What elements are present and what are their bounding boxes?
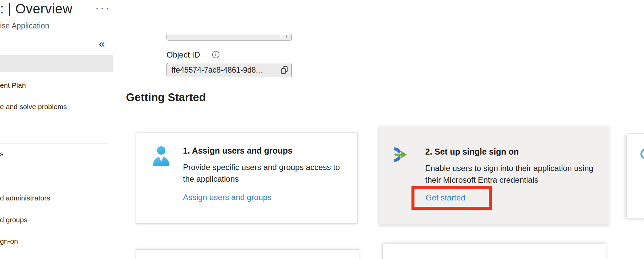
getting-started-heading: Getting Started xyxy=(126,91,206,104)
sidebar-item-overview[interactable]: w xyxy=(0,55,113,72)
card-description: Enable users to sign into their applicat… xyxy=(425,162,603,186)
sidebar-item-single-sign-on[interactable]: gn-on xyxy=(0,233,113,250)
card-set-up-single-sign-on: 2. Set up single sign on Enable users to… xyxy=(379,126,609,225)
card-title: 1. Assign users and groups xyxy=(183,146,293,156)
sidebar-item-deployment-plan[interactable]: ent Plan xyxy=(0,77,113,94)
partial-circle-icon xyxy=(636,148,644,163)
user-icon xyxy=(151,145,171,169)
page-title: : | Overview xyxy=(0,1,72,16)
card-assign-users-and-groups: 1. Assign users and groups Provide speci… xyxy=(136,132,358,224)
sidebar-item-roles-and-administrators[interactable]: d administrators xyxy=(0,190,113,206)
sidebar-item-label: ent Plan xyxy=(0,81,26,89)
enterprise-app-overview-page: : | Overview ··· ise Application « w ent… xyxy=(0,0,644,259)
sidebar-item-users-and-groups[interactable]: d groups xyxy=(0,211,113,228)
card-description: Provide specific users and groups access… xyxy=(183,161,352,185)
sidebar-item-diagnose-and-solve-problems[interactable]: e and solve problems xyxy=(0,98,113,115)
card-title: 2. Set up single sign on xyxy=(425,147,519,157)
sidebar-item-label: e and solve problems xyxy=(0,103,67,110)
get-started-link[interactable]: Get started xyxy=(426,193,465,202)
sso-arrow-icon xyxy=(394,145,413,166)
info-icon[interactable] xyxy=(212,51,220,59)
copy-icon[interactable] xyxy=(280,66,288,76)
object-id-label: Object ID xyxy=(167,50,200,60)
assign-users-and-groups-link[interactable]: Assign users and groups xyxy=(183,193,271,202)
object-id-value: ffe45574-7ac8-4861-9d8... xyxy=(172,63,262,77)
card-partial-bottom-left xyxy=(136,249,359,259)
more-menu-icon[interactable]: ··· xyxy=(95,1,111,14)
application-id-field-partial[interactable] xyxy=(167,34,292,40)
card-partial-right xyxy=(627,133,644,218)
sidebar: : | Overview ··· ise Application « w ent… xyxy=(0,0,113,259)
card-partial-bottom-right xyxy=(382,244,606,259)
sidebar-section-divider xyxy=(0,144,108,144)
sidebar-item-label: d groups xyxy=(0,216,27,224)
copy-icon[interactable] xyxy=(281,35,286,38)
object-id-field[interactable]: ffe45574-7ac8-4861-9d8... xyxy=(167,63,292,77)
collapse-sidebar-icon[interactable]: « xyxy=(99,37,105,50)
sidebar-item-label: d administrators xyxy=(0,194,50,202)
page-subtitle: ise Application xyxy=(0,21,49,30)
sidebar-item-label: s xyxy=(0,150,4,158)
sidebar-item-label: gn-on xyxy=(0,237,18,245)
sidebar-item-properties[interactable]: s xyxy=(0,146,113,162)
